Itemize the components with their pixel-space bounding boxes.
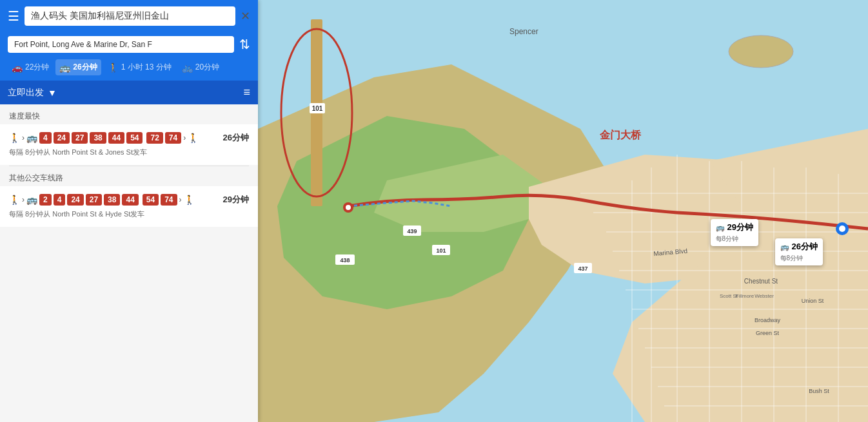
bus-icon-1: 🚌 <box>26 133 37 143</box>
svg-point-31 <box>346 205 351 210</box>
header: ☰ 渔人码头 美国加利福尼亚州旧金山 ✕ <box>0 0 258 32</box>
tab-walk[interactable]: 🚶 1 小时 13 分钟 <box>104 59 175 75</box>
route-content: 速度最快 🚶 › 🚌 4 24 27 38 44 54 72 74 › <box>0 104 258 422</box>
spencer-label: Spencer <box>509 27 538 36</box>
bus-badge-54: 54 <box>126 132 143 144</box>
svg-text:Union St: Union St <box>802 298 824 304</box>
filter-icon[interactable]: ≡ <box>243 86 250 99</box>
route-card-2[interactable]: 🚶 › 🚌 2 4 24 27 38 44 54 74 › 🚶 29分钟 <box>0 186 258 227</box>
tab-car-label: 22分钟 <box>25 62 49 73</box>
origin-text: 渔人码头 美国加利福尼亚州旧金山 <box>31 10 229 22</box>
destination-box[interactable]: Fort Point, Long Ave & Marine Dr, San F <box>8 36 234 53</box>
tab-bike-label: 20分钟 <box>195 62 219 73</box>
bus-tab-icon: 🚌 <box>59 62 70 73</box>
bubble-sub-2: 每8分钟 <box>780 254 818 263</box>
svg-text:Chestnut St: Chestnut St <box>744 278 778 285</box>
close-icon[interactable]: ✕ <box>241 9 250 23</box>
route-sub-2: 每隔 8分钟从 North Point St & Hyde St发车 <box>9 209 249 219</box>
tab-walk-label: 1 小时 13 分钟 <box>121 62 172 73</box>
route-bubble-26[interactable]: 🚌 26分钟 每8分钟 <box>775 238 823 265</box>
bus-badge-24: 24 <box>54 132 70 144</box>
bubble-sub-1: 每8分钟 <box>716 235 753 244</box>
svg-text:Fillmore: Fillmore <box>736 293 755 299</box>
svg-text:439: 439 <box>407 228 417 235</box>
origin-search-box[interactable]: 渔人码头 美国加利福尼亚州旧金山 <box>25 6 235 26</box>
arrow-icon-1b: › <box>183 133 186 142</box>
bus-badge-4: 4 <box>39 132 52 144</box>
arrow-icon-2: › <box>22 195 25 204</box>
route-sub-1: 每隔 8分钟从 North Point St & Jones St发车 <box>9 148 249 157</box>
svg-text:Bush St: Bush St <box>809 388 829 394</box>
svg-text:438: 438 <box>340 257 350 264</box>
bus-badge-2-74: 74 <box>161 194 177 206</box>
arrow-icon-1: › <box>22 133 25 142</box>
golden-gate-label: 金门大桥 <box>600 129 641 142</box>
svg-text:437: 437 <box>578 265 587 272</box>
bubble-time-1: 29分钟 <box>727 222 753 233</box>
menu-icon[interactable]: ☰ <box>8 8 19 24</box>
bus-badge-2-4: 4 <box>54 194 66 206</box>
destination-row: Fort Point, Long Ave & Marine Dr, San F … <box>0 32 258 59</box>
bubble-row-2: 🚌 26分钟 <box>780 241 818 253</box>
bus-badge-72: 72 <box>146 132 163 144</box>
tab-bus-label: 26分钟 <box>73 62 97 73</box>
route-icons-2: 🚶 › 🚌 2 4 24 27 38 44 54 74 › 🚶 <box>9 194 218 206</box>
depart-label: 立即出发 <box>8 87 44 99</box>
map-svg: 101 438 101 437 439 Marina Blvd Chestnut… <box>258 0 868 422</box>
svg-text:101: 101 <box>312 105 323 112</box>
bubble-time-2: 26分钟 <box>792 241 818 253</box>
walk-icon-2: 🚶 <box>9 195 20 205</box>
bus-badge-44: 44 <box>108 132 124 144</box>
svg-text:Broadway: Broadway <box>755 317 781 323</box>
tab-bike[interactable]: 🚲 20分钟 <box>178 59 223 75</box>
directions-panel: ☰ 渔人码头 美国加利福尼亚州旧金山 ✕ Fort Point, Long Av… <box>0 0 258 422</box>
route-top-2: 🚶 › 🚌 2 4 24 27 38 44 54 74 › 🚶 29分钟 <box>9 194 249 206</box>
car-icon: 🚗 <box>12 62 23 73</box>
tab-bus[interactable]: 🚌 26分钟 <box>55 59 101 75</box>
section-label-fastest: 速度最快 <box>0 104 258 124</box>
walk-icon-1b: 🚶 <box>188 133 199 143</box>
tab-car[interactable]: 🚗 22分钟 <box>8 59 53 75</box>
svg-point-42 <box>729 35 793 68</box>
walk-icon-1: 🚶 <box>9 133 20 143</box>
bus-icon-2: 🚌 <box>26 195 37 205</box>
route-card-1[interactable]: 🚶 › 🚌 4 24 27 38 44 54 72 74 › 🚶 26分钟 <box>0 124 258 165</box>
route-top-1: 🚶 › 🚌 4 24 27 38 44 54 72 74 › 🚶 26分钟 <box>9 132 249 144</box>
bus-badge-2-38: 38 <box>104 194 120 206</box>
arrow-icon-2b: › <box>179 195 182 204</box>
bus-bubble-icon-2: 🚌 <box>780 243 789 251</box>
bus-bubble-icon-1: 🚌 <box>716 224 725 232</box>
walk-icon-2b: 🚶 <box>184 195 195 205</box>
route-time-1: 26分钟 <box>223 132 249 144</box>
svg-point-41 <box>839 225 845 232</box>
walk-tab-icon: 🚶 <box>108 62 119 73</box>
section-label-other: 其他公交车线路 <box>0 166 258 186</box>
bike-tab-icon: 🚲 <box>182 62 193 73</box>
bus-badge-38: 38 <box>90 132 106 144</box>
map-area[interactable]: 101 438 101 437 439 Marina Blvd Chestnut… <box>258 0 868 422</box>
route-bubble-29[interactable]: 🚌 29分钟 每8分钟 <box>711 219 758 246</box>
depart-row: 立即出发 ▼ ≡ <box>0 81 258 104</box>
swap-icon[interactable]: ⇅ <box>239 37 250 52</box>
bus-badge-74: 74 <box>165 132 181 144</box>
bus-badge-2-2: 2 <box>39 194 52 206</box>
bus-badge-2-24: 24 <box>67 194 83 206</box>
bus-badge-2-27: 27 <box>86 194 102 206</box>
bubble-row-1: 🚌 29分钟 <box>716 222 753 233</box>
svg-text:Green St: Green St <box>756 330 780 336</box>
depart-arrow-icon: ▼ <box>48 88 57 98</box>
transport-tabs: 🚗 22分钟 🚌 26分钟 🚶 1 小时 13 分钟 🚲 20分钟 <box>0 59 258 81</box>
bus-badge-27: 27 <box>72 132 88 144</box>
bus-badge-2-44: 44 <box>122 194 138 206</box>
route-time-2: 29分钟 <box>223 194 249 206</box>
depart-button[interactable]: 立即出发 ▼ <box>8 87 57 99</box>
svg-text:Webster

    
    Gough

    
: Webster Gough Bay St Broderick Ave Divis… <box>755 293 774 299</box>
bus-badge-2-54: 54 <box>143 194 159 206</box>
route-icons-1: 🚶 › 🚌 4 24 27 38 44 54 72 74 › 🚶 <box>9 132 218 144</box>
svg-text:101: 101 <box>436 247 446 254</box>
